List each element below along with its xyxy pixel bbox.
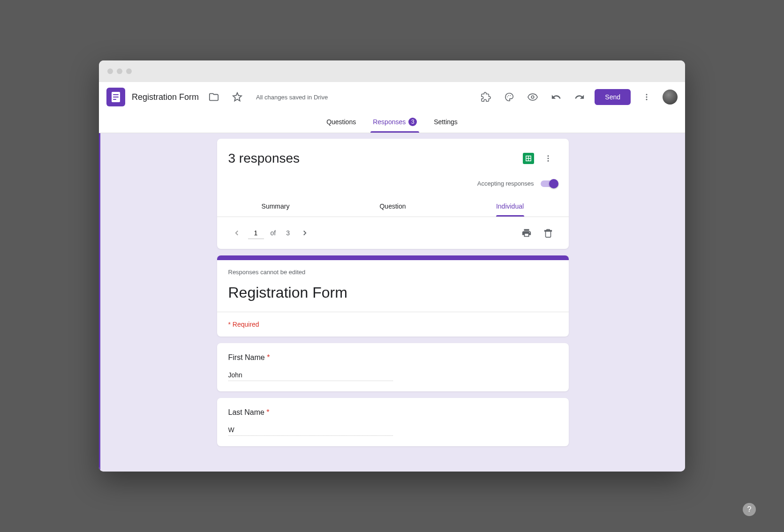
preview-eye-icon[interactable] — [524, 89, 541, 105]
question-card-last-name: Last Name * — [217, 398, 569, 446]
link-to-sheets-icon[interactable] — [523, 153, 534, 164]
toggle-thumb — [549, 179, 558, 188]
first-name-input[interactable] — [228, 369, 393, 381]
next-response-icon[interactable] — [296, 225, 313, 241]
theme-palette-icon[interactable] — [501, 89, 518, 105]
response-index-input[interactable] — [248, 227, 264, 239]
response-pager: of 3 — [217, 217, 569, 249]
last-name-input[interactable] — [228, 424, 393, 436]
accepting-responses-toggle[interactable] — [541, 180, 558, 187]
sub-tab-summary[interactable]: Summary — [217, 196, 334, 217]
question-label-text: Last Name — [228, 408, 264, 416]
responses-card: 3 responses Accepting responses Summary … — [217, 139, 569, 249]
workspace: 3 responses Accepting responses Summary … — [99, 133, 685, 472]
responses-sub-tabs: Summary Question Individual — [217, 195, 569, 217]
svg-point-3 — [532, 96, 535, 98]
svg-point-2 — [510, 95, 511, 96]
undo-icon[interactable] — [548, 89, 565, 105]
star-icon[interactable] — [229, 89, 246, 105]
svg-point-8 — [547, 158, 549, 159]
form-view-title: Registration Form — [217, 284, 569, 312]
prev-response-icon[interactable] — [228, 225, 245, 241]
tab-settings[interactable]: Settings — [425, 112, 466, 133]
app-header: Registration Form All changes saved in D… — [99, 82, 685, 112]
save-status: All changes saved in Drive — [256, 94, 328, 101]
app-window: Registration Form All changes saved in D… — [99, 60, 685, 472]
svg-point-9 — [547, 160, 549, 162]
svg-point-7 — [547, 155, 549, 157]
tab-settings-label: Settings — [434, 118, 458, 126]
pager-total: 3 — [282, 229, 294, 237]
more-menu-icon[interactable] — [637, 88, 656, 106]
redo-icon[interactable] — [571, 89, 588, 105]
user-avatar[interactable] — [663, 90, 678, 105]
form-title-card: Responses cannot be edited Registration … — [217, 255, 569, 337]
responses-more-menu-icon[interactable] — [539, 149, 558, 168]
required-indicator: * Required — [217, 312, 569, 337]
addons-icon[interactable] — [477, 89, 494, 105]
sub-tab-question[interactable]: Question — [334, 196, 452, 217]
form-title[interactable]: Registration Form — [132, 92, 199, 102]
question-label: Last Name * — [228, 408, 558, 417]
required-star-icon: * — [267, 353, 270, 361]
question-card-first-name: First Name * — [217, 343, 569, 391]
svg-point-5 — [646, 97, 648, 98]
os-titlebar — [99, 60, 685, 82]
question-label: First Name * — [228, 353, 558, 362]
tab-responses[interactable]: Responses 3 — [364, 112, 425, 133]
responses-count-title: 3 responses — [228, 151, 518, 166]
print-response-icon[interactable] — [517, 224, 536, 242]
question-label-text: First Name — [228, 353, 265, 361]
pager-of-label: of — [267, 229, 280, 237]
sub-tab-individual[interactable]: Individual — [452, 196, 569, 217]
svg-point-4 — [646, 94, 648, 95]
accepting-responses-label: Accepting responses — [477, 180, 534, 187]
tab-questions[interactable]: Questions — [318, 112, 364, 133]
send-button[interactable]: Send — [595, 89, 631, 105]
edit-notice: Responses cannot be edited — [217, 260, 569, 284]
main-tabs: Questions Responses 3 Settings — [99, 112, 685, 133]
responses-count-badge: 3 — [408, 118, 417, 126]
forms-logo-icon[interactable] — [106, 88, 125, 106]
maximize-window-button[interactable] — [126, 68, 132, 74]
svg-point-0 — [507, 97, 508, 97]
svg-point-1 — [508, 95, 509, 96]
delete-response-icon[interactable] — [539, 224, 558, 242]
required-star-icon: * — [266, 408, 269, 416]
help-icon[interactable]: ? — [743, 503, 756, 516]
move-to-folder-icon[interactable] — [205, 89, 222, 105]
minimize-window-button[interactable] — [117, 68, 122, 74]
tab-questions-label: Questions — [326, 118, 356, 126]
svg-point-6 — [646, 99, 648, 100]
close-window-button[interactable] — [107, 68, 113, 74]
tab-responses-label: Responses — [373, 118, 406, 126]
